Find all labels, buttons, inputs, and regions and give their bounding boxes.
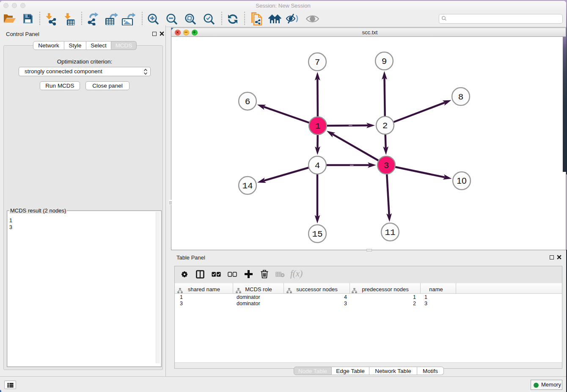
svg-text:1: 1	[315, 121, 321, 131]
svg-text:15: 15	[312, 229, 322, 239]
svg-text:9: 9	[382, 57, 387, 66]
svg-text:7: 7	[315, 58, 320, 67]
svg-text:3: 3	[384, 161, 389, 171]
svg-text:4: 4	[315, 161, 320, 171]
svg-text:11: 11	[385, 228, 395, 237]
svg-text:10: 10	[457, 176, 466, 185]
svg-text:2: 2	[383, 121, 388, 131]
svg-text:6: 6	[245, 97, 250, 107]
svg-text:8: 8	[458, 92, 464, 102]
svg-text:14: 14	[242, 181, 253, 191]
